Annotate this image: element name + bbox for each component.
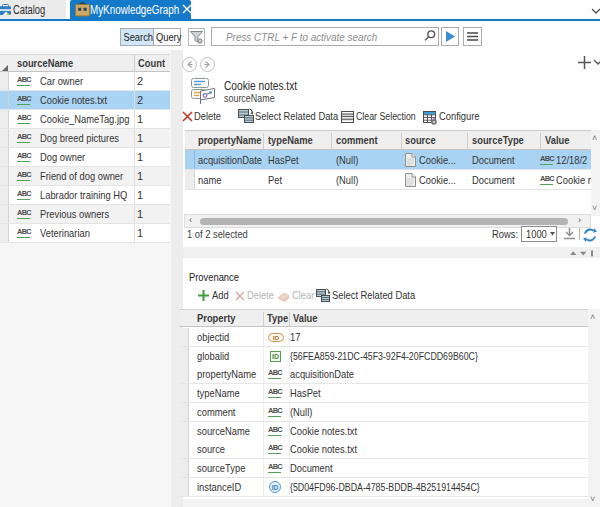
svg-text:ID: ID — [273, 335, 280, 341]
svg-text:ID: ID — [272, 484, 279, 491]
svg-text:ID: ID — [272, 353, 279, 360]
